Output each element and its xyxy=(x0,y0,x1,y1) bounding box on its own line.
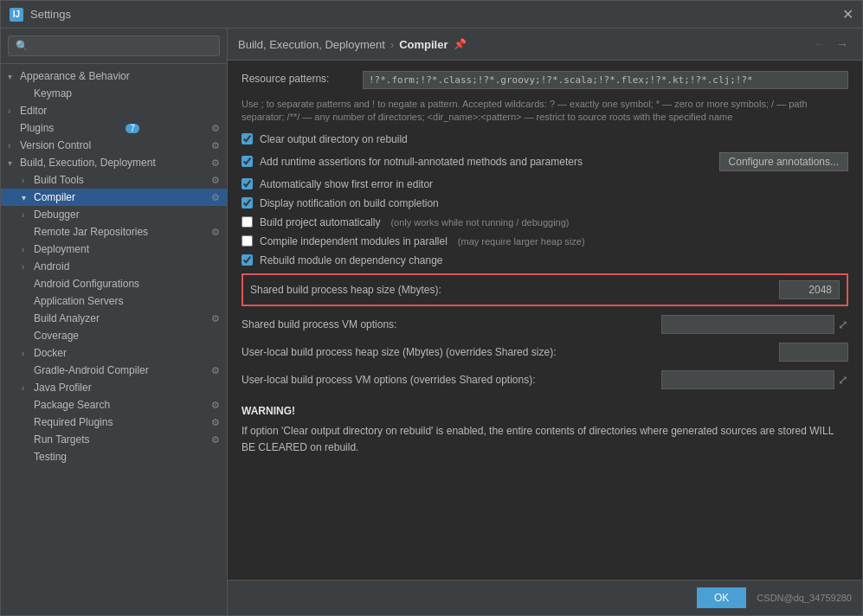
compile-parallel-checkbox[interactable] xyxy=(242,235,253,247)
user-local-vm-options-row: User-local build process VM options (ove… xyxy=(242,370,848,389)
sidebar-item-label: Build, Execution, Deployment xyxy=(20,157,156,169)
breadcrumb-current: Compiler xyxy=(399,38,448,51)
sidebar-item-label: Build Tools xyxy=(34,174,84,186)
plugins-badge: 7 xyxy=(126,124,139,133)
sidebar-item-remote-jar-repositories[interactable]: Remote Jar Repositories ⚙ xyxy=(1,223,227,241)
sidebar-item-android[interactable]: › Android xyxy=(1,258,227,275)
gear-icon: ⚙ xyxy=(211,400,220,411)
sidebar-item-docker[interactable]: › Docker xyxy=(1,344,227,362)
build-auto-checkbox[interactable] xyxy=(242,216,253,228)
sidebar-item-version-control[interactable]: › Version Control ⚙ xyxy=(1,137,227,154)
sidebar-item-editor[interactable]: › Editor xyxy=(1,102,227,119)
sidebar-item-label: Docker xyxy=(34,347,67,359)
sidebar-item-build-execution-deployment[interactable]: ▾ Build, Execution, Deployment ⚙ xyxy=(1,154,227,171)
add-assertions-checkbox[interactable] xyxy=(242,156,253,167)
sidebar-item-deployment[interactable]: › Deployment xyxy=(1,241,227,258)
shared-vm-options-label: Shared build process VM options: xyxy=(242,318,661,330)
user-local-heap-input[interactable] xyxy=(779,343,848,362)
sidebar-item-label: Appearance & Behavior xyxy=(20,70,130,82)
shared-heap-row: Shared build process heap size (Mbytes): xyxy=(242,273,848,306)
sidebar-item-appearance-behavior[interactable]: ▾ Appearance & Behavior xyxy=(1,67,227,85)
sidebar-item-label: Android xyxy=(34,260,69,273)
sidebar-item-android-configurations[interactable]: Android Configurations xyxy=(1,275,227,292)
panel-body: Resource patterns: Use ; to separate pat… xyxy=(228,61,862,580)
rebuild-module-label: Rebuild module on dependency change xyxy=(260,254,443,266)
shared-heap-label: Shared build process heap size (Mbytes): xyxy=(250,284,779,296)
display-notification-checkbox[interactable] xyxy=(242,197,253,209)
sidebar-item-label: Coverage xyxy=(34,330,79,342)
user-local-heap-label: User-local build process heap size (Mbyt… xyxy=(242,346,779,358)
sidebar-item-label: Android Configurations xyxy=(34,278,139,290)
app-icon: IJ xyxy=(10,8,23,22)
sidebar-item-testing[interactable]: Testing xyxy=(1,448,227,465)
sidebar-item-plugins[interactable]: Plugins 7 ⚙ xyxy=(1,119,227,137)
tree-arrow: › xyxy=(22,262,30,272)
sidebar-item-gradle-android-compiler[interactable]: Gradle-Android Compiler ⚙ xyxy=(1,362,227,379)
sidebar-item-required-plugins[interactable]: Required Plugins ⚙ xyxy=(1,414,227,431)
breadcrumb-separator: › xyxy=(390,38,394,51)
right-panel: Build, Execution, Deployment › Compiler … xyxy=(228,29,862,615)
window-title: Settings xyxy=(30,8,71,21)
user-local-vm-options-label: User-local build process VM options (ove… xyxy=(242,374,661,386)
shared-heap-input[interactable] xyxy=(779,280,840,299)
display-notification-label: Display notification on build completion xyxy=(260,197,439,209)
tree-arrow: ▾ xyxy=(8,158,16,168)
auto-show-error-checkbox[interactable] xyxy=(242,178,253,189)
title-bar-left: IJ Settings xyxy=(10,8,71,22)
auto-show-error-label: Automatically show first error in editor xyxy=(260,178,433,190)
main-content: ▾ Appearance & Behavior Keymap › Editor … xyxy=(1,29,862,615)
add-assertions-label: Add runtime assertions for notnull-annot… xyxy=(260,156,583,168)
sidebar-item-application-servers[interactable]: Application Servers xyxy=(1,292,227,310)
nav-back-button[interactable]: ← xyxy=(810,35,829,53)
tree-arrow: › xyxy=(22,176,30,185)
sidebar-item-label: Plugins xyxy=(20,122,54,134)
gear-icon: ⚙ xyxy=(211,365,220,376)
gear-icon: ⚙ xyxy=(211,417,220,428)
sidebar-item-run-targets[interactable]: Run Targets ⚙ xyxy=(1,431,227,448)
sidebar-item-label: Compiler xyxy=(34,191,75,203)
vm-options-expand-button[interactable]: ⤢ xyxy=(838,318,848,331)
footer-right: OK CSDN@dq_34759280 xyxy=(697,587,852,608)
sidebar-item-label: Keymap xyxy=(34,87,72,99)
breadcrumb-parent: Build, Execution, Deployment xyxy=(238,38,385,51)
sidebar-item-label: Debugger xyxy=(34,209,80,221)
sidebar-item-build-analyzer[interactable]: Build Analyzer ⚙ xyxy=(1,310,227,327)
user-local-vm-options-input[interactable] xyxy=(661,370,834,389)
tree-arrow: › xyxy=(22,349,30,358)
sidebar-item-keymap[interactable]: Keymap xyxy=(1,85,227,102)
sidebar-item-label: Build Analyzer xyxy=(34,312,100,324)
user-local-vm-expand-button[interactable]: ⤢ xyxy=(838,373,848,387)
gear-icon: ⚙ xyxy=(211,140,220,151)
sidebar-item-package-search[interactable]: Package Search ⚙ xyxy=(1,396,227,414)
sidebar-item-debugger[interactable]: › Debugger xyxy=(1,206,227,223)
sidebar-item-label: Editor xyxy=(20,105,47,117)
configure-annotations-button[interactable]: Configure annotations... xyxy=(719,152,848,171)
watermark: CSDN@dq_34759280 xyxy=(757,593,852,603)
nav-forward-button[interactable]: → xyxy=(833,35,852,53)
sidebar-item-label: Gradle-Android Compiler xyxy=(34,364,149,376)
sidebar-item-label: Version Control xyxy=(20,139,91,151)
search-box xyxy=(1,29,227,64)
sidebar-item-build-tools[interactable]: › Build Tools ⚙ xyxy=(1,171,227,189)
sidebar-item-java-profiler[interactable]: › Java Profiler xyxy=(1,379,227,396)
gear-icon: ⚙ xyxy=(211,313,220,324)
gear-icon: ⚙ xyxy=(211,192,220,203)
checkbox-clear-output: Clear output directory on rebuild xyxy=(242,133,848,145)
title-bar: IJ Settings ✕ xyxy=(1,1,862,29)
rebuild-module-checkbox[interactable] xyxy=(242,254,253,266)
breadcrumb: Build, Execution, Deployment › Compiler … xyxy=(238,38,467,51)
checkbox-add-assertions: Add runtime assertions for notnull-annot… xyxy=(242,152,848,171)
gear-icon: ⚙ xyxy=(211,434,220,446)
warning-section: WARNING! If option 'Clear output directo… xyxy=(242,403,848,457)
gear-icon: ⚙ xyxy=(211,175,220,186)
sidebar-item-coverage[interactable]: Coverage xyxy=(1,327,227,344)
search-input[interactable] xyxy=(8,35,220,56)
close-button[interactable]: ✕ xyxy=(842,6,853,22)
sidebar-item-compiler[interactable]: ▾ Compiler ⚙ xyxy=(1,189,227,206)
sidebar-item-label: Testing xyxy=(34,451,67,463)
tree-arrow: ▾ xyxy=(22,193,30,202)
shared-vm-options-input[interactable] xyxy=(661,315,834,334)
ok-button[interactable]: OK xyxy=(697,587,746,608)
clear-output-checkbox[interactable] xyxy=(242,133,253,144)
resource-patterns-input[interactable] xyxy=(363,71,848,89)
